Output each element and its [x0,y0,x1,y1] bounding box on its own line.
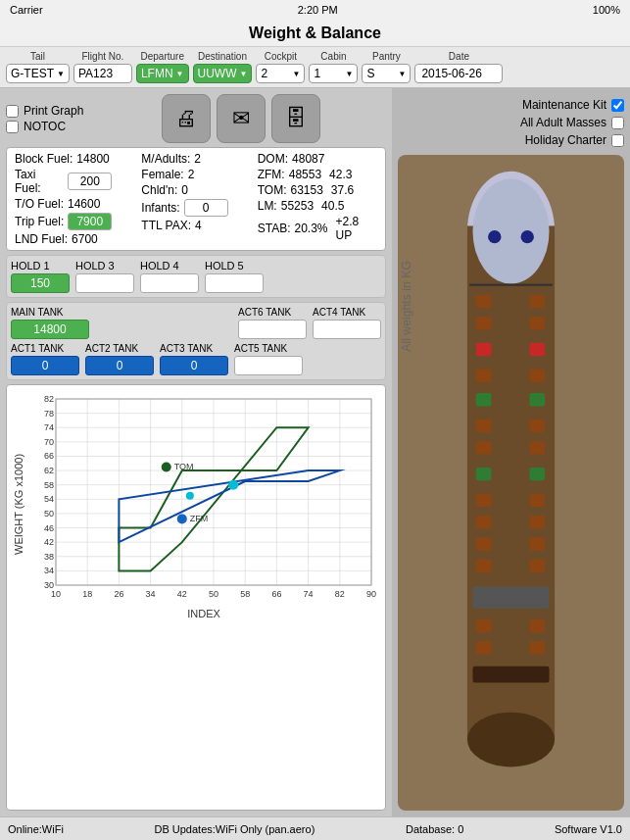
flight-no-label: Flight No. [82,51,124,62]
hold4-input[interactable] [140,273,199,293]
tail-value: G-TEST [11,67,54,80]
act6-label: ACT6 TANK [238,307,307,318]
infants-input[interactable] [184,199,228,217]
holds-section: HOLD 1 HOLD 3 HOLD 4 HOLD 5 [6,255,386,298]
database-button[interactable]: 🗄 [271,94,320,143]
hold4-label: HOLD 4 [140,260,199,272]
departure-value: LFMN [141,67,173,80]
email-icon: ✉ [232,106,250,131]
svg-rect-27 [476,537,492,550]
tail-select[interactable]: G-TEST ▼ [6,64,70,83]
svg-rect-7 [476,295,492,308]
print-button[interactable]: 🖨 [162,94,211,143]
destination-select[interactable]: UUWW ▼ [193,64,253,83]
children-label: Chld'n: [141,183,177,197]
email-button[interactable]: ✉ [217,94,266,143]
svg-rect-18 [529,420,545,432]
departure-label: Departure [140,51,183,62]
software-version: Software V1.0 [555,823,622,835]
battery-label: 100% [593,4,620,16]
to-fuel-label: T/O Fuel: [15,197,64,211]
svg-rect-16 [529,393,545,406]
infants-row: Infants: [141,199,227,217]
children-value: 0 [181,183,188,197]
block-fuel-row: Block Fuel: 14800 [15,152,112,166]
main-tank-input[interactable] [11,320,89,339]
notoc-label: NOTOC [24,120,66,133]
act1-input[interactable] [11,356,79,375]
hold1-input[interactable] [11,273,70,293]
title-bar: Weight & Balance [0,20,630,47]
act5-input[interactable] [234,356,303,375]
chart-container: WEIGHT (KG x1000) INDEX [6,384,386,811]
notoc-input[interactable] [6,121,19,133]
holiday-charter-label: Holiday Charter [525,133,606,147]
hold3-input[interactable] [75,273,134,293]
block-fuel-label: Block Fuel: [15,152,73,166]
act2-input[interactable] [85,356,154,375]
svg-point-5 [521,230,534,243]
act3-label: ACT3 TANK [160,343,228,354]
tom-row: TOM: 63153 37.6 [258,183,377,197]
flight-no-group: Flight No. [73,51,132,83]
pantry-select[interactable]: S ▼ [362,64,411,83]
lm-value: 55253 [281,199,314,213]
act3-input[interactable] [160,356,228,375]
svg-rect-30 [529,560,545,572]
act5-tank-item: ACT5 TANK [234,343,303,375]
madults-value: 2 [194,152,201,166]
svg-rect-8 [529,295,545,308]
maintenance-kit-checkbox[interactable]: Maintenance Kit [522,98,624,112]
data-section: Block Fuel: 14800 Taxi Fuel: T/O Fuel: 1… [6,147,386,251]
cabin-select[interactable]: 1 ▼ [309,64,358,83]
hold5-input[interactable] [205,273,264,293]
hold1-label: HOLD 1 [11,260,70,272]
main-tank-label: MAIN TANK [11,307,89,318]
tom-value: 63153 [290,183,322,197]
act4-input[interactable] [313,320,381,339]
print-graph-input[interactable] [6,105,19,118]
departure-select[interactable]: LFMN ▼ [136,64,189,83]
all-adult-masses-checkbox[interactable]: All Adult Masses [520,116,624,129]
right-panel: Maintenance Kit All Adult Masses Holiday… [392,88,630,816]
all-adult-masses-input[interactable] [611,117,624,129]
act6-input[interactable] [238,320,307,339]
chart-y-label: WEIGHT (KG x1000) [11,389,26,619]
stab-value: 20.3% [295,222,328,235]
female-label: Female: [141,168,183,181]
taxi-fuel-label: Taxi Fuel: [15,168,64,195]
act3-tank-item: ACT3 TANK [160,343,228,375]
maintenance-kit-input[interactable] [611,99,624,112]
date-input[interactable] [414,64,503,83]
departure-group: Departure LFMN ▼ [136,51,189,83]
db-updates: DB Updates:WiFi Only (pan.aero) [154,823,315,835]
pantry-group: Pantry S ▼ [362,51,411,83]
notoc-checkbox[interactable]: NOTOC [6,120,83,133]
data-top-row: Block Fuel: 14800 Taxi Fuel: T/O Fuel: 1… [15,152,377,246]
taxi-fuel-input[interactable] [68,173,112,190]
svg-rect-24 [529,494,545,507]
database-icon: 🗄 [285,106,307,131]
flight-no-input[interactable] [73,64,132,83]
pantry-label: Pantry [372,51,401,62]
svg-rect-17 [476,420,492,432]
tanks-row-bottom: ACT1 TANK ACT2 TANK ACT3 TANK ACT5 TANK [11,343,381,375]
svg-rect-36 [472,667,549,683]
holiday-charter-input[interactable] [611,134,624,147]
svg-rect-12 [529,343,545,356]
svg-rect-28 [529,537,545,550]
dom-value: 48087 [292,152,324,166]
weight-chart [26,389,381,605]
svg-rect-15 [476,393,492,406]
act4-tank-item: ACT4 TANK [313,307,381,339]
female-row: Female: 2 [141,168,227,181]
print-icon: 🖨 [175,106,197,131]
lm-row: LM: 55253 40.5 [258,199,377,213]
act1-tank-item: ACT1 TANK [11,343,79,375]
holiday-charter-checkbox[interactable]: Holiday Charter [525,133,624,147]
act4-label: ACT4 TANK [313,307,381,318]
svg-rect-11 [476,343,492,356]
chart-wrapper: WEIGHT (KG x1000) INDEX [11,389,381,619]
cockpit-select[interactable]: 2 ▼ [256,64,305,83]
print-graph-checkbox[interactable]: Print Graph [6,104,83,118]
